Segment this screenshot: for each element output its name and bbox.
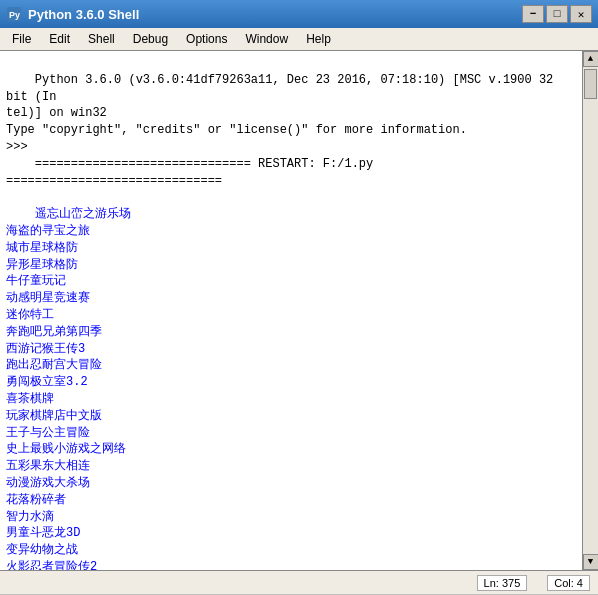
line-status: Ln: 375: [477, 575, 528, 591]
menu-options[interactable]: Options: [178, 30, 235, 48]
scroll-down-button[interactable]: ▼: [583, 554, 599, 570]
scrollbar[interactable]: ▲ ▼: [582, 51, 598, 570]
menu-bar: File Edit Shell Debug Options Window Hel…: [0, 28, 598, 51]
scroll-track[interactable]: [583, 67, 598, 554]
title-bar-left: Py Python 3.6.0 Shell: [6, 6, 139, 22]
col-status: Col: 4: [547, 575, 590, 591]
output-lines: 遥忘山峦之游乐场 海盗的寻宝之旅 城市星球格防 异形星球格防 牛仔童玩记 动感明…: [6, 207, 131, 570]
menu-edit[interactable]: Edit: [41, 30, 78, 48]
content-area: Python 3.6.0 (v3.6.0:41df79263a11, Dec 2…: [0, 51, 598, 570]
window-title: Python 3.6.0 Shell: [28, 7, 139, 22]
menu-help[interactable]: Help: [298, 30, 339, 48]
title-bar: Py Python 3.6.0 Shell − □ ✕: [0, 0, 598, 28]
minimize-button[interactable]: −: [522, 5, 544, 23]
title-bar-controls: − □ ✕: [522, 5, 592, 23]
status-bar: Ln: 375 Col: 4: [0, 570, 598, 594]
scroll-up-button[interactable]: ▲: [583, 51, 599, 67]
maximize-button[interactable]: □: [546, 5, 568, 23]
menu-debug[interactable]: Debug: [125, 30, 176, 48]
menu-file[interactable]: File: [4, 30, 39, 48]
terminal-output[interactable]: Python 3.6.0 (v3.6.0:41df79263a11, Dec 2…: [0, 51, 582, 570]
close-button[interactable]: ✕: [570, 5, 592, 23]
app-icon: Py: [6, 6, 22, 22]
menu-shell[interactable]: Shell: [80, 30, 123, 48]
svg-text:Py: Py: [9, 10, 20, 20]
restart-line: ============================== RESTART: …: [6, 157, 380, 188]
menu-window[interactable]: Window: [237, 30, 296, 48]
scroll-thumb[interactable]: [584, 69, 597, 99]
sys-line-1: Python 3.6.0 (v3.6.0:41df79263a11, Dec 2…: [6, 73, 561, 154]
